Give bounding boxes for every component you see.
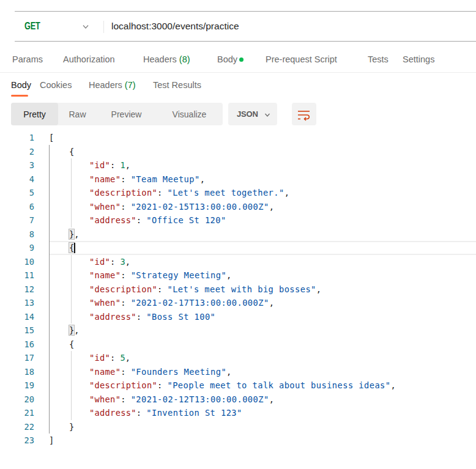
line-number: 9	[0, 241, 34, 255]
line-number: 22	[0, 420, 34, 434]
line-number: 8	[0, 227, 34, 242]
code-line: {	[49, 241, 396, 255]
request-tab-body[interactable]: Body	[217, 53, 244, 65]
format-dropdown[interactable]: JSON	[228, 103, 277, 125]
code-line: "when": "2021-02-17T13:00:00.000Z",	[49, 296, 396, 310]
line-number: 4	[0, 172, 34, 186]
request-tab-settings[interactable]: Settings	[403, 53, 434, 65]
code-line: "description": "Let's meet together.",	[49, 186, 396, 200]
url-input[interactable]: localhost:3000/events/practice	[111, 12, 239, 41]
response-tab-headers[interactable]: Headers (7)	[89, 79, 136, 91]
code-line: ]	[49, 434, 396, 448]
code-line: "address": "Invention St 123"	[49, 406, 396, 420]
code-line: "description": "Let's meet with big boss…	[49, 283, 396, 297]
request-tab-headers[interactable]: Headers (8)	[143, 53, 190, 65]
line-number: 11	[0, 268, 34, 283]
body-present-dot	[239, 57, 244, 62]
line-number: 2	[0, 145, 34, 159]
line-numbers-gutter: 1234567891011121314151617181920212223	[0, 131, 34, 448]
line-number: 7	[0, 213, 34, 227]
request-tab-params[interactable]: Params	[12, 53, 43, 65]
matched-bracket: }	[69, 325, 74, 335]
code-line: },	[49, 227, 396, 242]
response-tab-test-results[interactable]: Test Results	[153, 79, 201, 91]
wrap-line-icon	[297, 108, 311, 122]
format-chevron-down-icon	[264, 111, 271, 119]
line-number: 19	[0, 379, 34, 393]
line-number: 14	[0, 310, 34, 324]
code-line: },	[49, 323, 396, 338]
response-tab-body[interactable]: Body	[11, 79, 31, 91]
line-number: 13	[0, 296, 34, 310]
view-mode-visualize[interactable]: Visualize	[156, 103, 223, 125]
code-line: "address": "Boss St 100"	[49, 310, 396, 324]
line-number: 21	[0, 406, 34, 420]
request-tab-tests[interactable]: Tests	[368, 53, 389, 65]
response-body-editor[interactable]: 1234567891011121314151617181920212223 [ …	[0, 131, 476, 469]
text-cursor	[74, 243, 75, 254]
url-bar: GET localhost:3000/events/practice	[15, 11, 476, 42]
url-separator	[103, 21, 104, 33]
response-headers-count: (7)	[125, 80, 136, 90]
format-dropdown-label: JSON	[237, 109, 258, 119]
view-mode-pretty[interactable]: Pretty	[11, 103, 58, 125]
code-line: "name": "Team Meetup",	[49, 172, 396, 186]
view-mode-raw[interactable]: Raw	[58, 103, 97, 125]
matched-bracket: }	[69, 229, 74, 239]
matched-bracket: {	[69, 243, 74, 253]
line-number: 17	[0, 351, 34, 365]
code-line: "id": 3,	[49, 255, 396, 269]
code-line: {	[49, 145, 396, 159]
line-number: 1	[0, 131, 34, 145]
view-mode-preview[interactable]: Preview	[97, 103, 156, 125]
response-tab-cookies[interactable]: Cookies	[40, 79, 72, 91]
code-line: "name": "Strategy Meeting",	[49, 268, 396, 283]
code-line: "description": "People meet to talk abou…	[49, 379, 396, 393]
line-number: 16	[0, 338, 34, 352]
line-number: 10	[0, 255, 34, 269]
line-number: 5	[0, 186, 34, 200]
line-number: 12	[0, 283, 34, 297]
view-mode-switcher: PrettyRawPreviewVisualize	[11, 103, 223, 125]
code-line: [	[49, 131, 396, 145]
line-number: 18	[0, 365, 34, 379]
code-line: "name": "Founders Meeting",	[49, 365, 396, 379]
code-line: "id": 1,	[49, 158, 396, 172]
method-chevron-down-icon[interactable]	[81, 23, 90, 31]
request-tabs-border	[0, 72, 476, 73]
code-content: [ { "id": 1, "name": "Team Meetup", "des…	[49, 131, 396, 448]
code-line: }	[49, 420, 396, 434]
line-number: 15	[0, 323, 34, 338]
active-tab-underline	[11, 95, 28, 97]
request-tab-pre-request-script[interactable]: Pre-request Script	[266, 53, 337, 65]
request-tab-authorization[interactable]: Authorization	[63, 53, 115, 65]
code-line: "id": 5,	[49, 351, 396, 365]
code-line: "when": "2021-02-15T13:00:00.000Z",	[49, 200, 396, 214]
line-number: 23	[0, 434, 34, 448]
code-line: "address": "Office St 120"	[49, 213, 396, 227]
code-line: {	[49, 338, 396, 352]
headers-count: (8)	[179, 54, 190, 64]
line-number: 6	[0, 200, 34, 214]
wrap-line-button[interactable]	[292, 103, 316, 125]
line-number: 3	[0, 158, 34, 172]
line-number: 20	[0, 393, 34, 407]
code-line: "when": "2021-02-12T13:00:00.000Z",	[49, 393, 396, 407]
method-selector[interactable]: GET	[24, 12, 40, 41]
